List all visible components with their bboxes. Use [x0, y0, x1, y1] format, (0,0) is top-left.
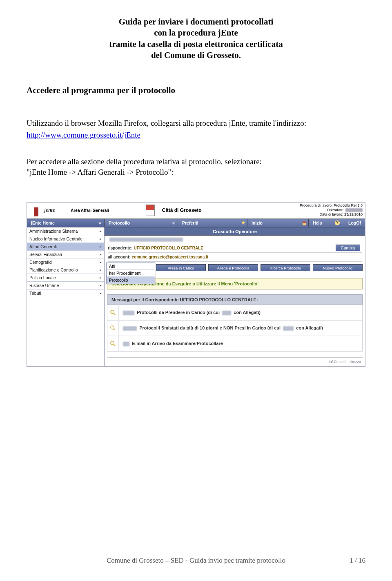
svg-line-1 — [114, 313, 115, 315]
sidebar-item-label: Affari Generali — [29, 244, 57, 249]
paragraph-1-text: Utilizzando il browser Mozilla Firefox, … — [27, 119, 306, 127]
title-line-1: Guida per inviare i documenti protocolla… — [119, 17, 274, 27]
redacted-line — [109, 238, 183, 242]
menu-preferiti-label: Preferiti — [182, 220, 198, 225]
chevron-down-icon — [98, 223, 102, 225]
chevron-right-icon: ▸ — [100, 291, 102, 295]
search-icon-button[interactable] — [107, 305, 119, 320]
rispondente-value: UFFICIO PROTOCOLLO CENTRALE — [134, 246, 203, 250]
allega-e-protocolla-button[interactable]: Allega e Protocolla — [208, 264, 258, 271]
search-icon-button[interactable] — [107, 336, 119, 351]
sidebar-item-label: Demografici — [29, 260, 52, 265]
message-row-1: Protocolli da Prendere in Carico (di cui… — [107, 305, 363, 321]
sidebar-item-demografici[interactable]: Demografici▸ — [27, 258, 104, 266]
title-line-3: tramite la casella di posta elettronica … — [109, 39, 283, 49]
menu-inizio[interactable]: Inizio — [247, 219, 309, 227]
svg-point-2 — [111, 326, 114, 329]
chevron-right-icon: ▸ — [100, 283, 102, 287]
msg2-text-b: con Allegati) — [296, 325, 323, 330]
chevron-right-icon: ▸ — [100, 276, 102, 280]
menu-help-label: Help — [313, 220, 322, 225]
chevron-right-icon: ▸ — [100, 245, 102, 249]
svg-line-5 — [114, 344, 115, 346]
menubar: jEnte Home Protocollo Preferiti ★ Inizio… — [27, 219, 365, 227]
paragraph-1: Utilizzando il browser Mozilla Firefox, … — [27, 118, 365, 129]
sidebar-item-label: Pianificazione e Controllo — [29, 267, 78, 272]
submenu-label: Iter Procedimenti — [109, 271, 141, 276]
sidebar-item-tributi[interactable]: Tributi▸ — [27, 289, 104, 297]
header-info-date: Data di lavoro: 23/12/2010 — [300, 212, 363, 217]
sidebar-item-amministrazione[interactable]: Amministrazione Sistema▸ — [27, 227, 104, 235]
redacted-count — [123, 311, 134, 315]
home-icon — [302, 221, 307, 225]
app-header: jente Area Affari Generali Città di Gros… — [27, 203, 365, 219]
magnifier-icon — [110, 325, 116, 331]
paragraph-2b: "jEnte Home -> Affari Generali -> Protoc… — [27, 168, 174, 176]
cruscotto-header: Cruscotto Operatore — [105, 227, 365, 236]
paragraph-2a: Per accedere alla sezione della procedur… — [27, 157, 262, 166]
title-line-4: del Comune di Grosseto. — [151, 50, 241, 60]
page-number: 1 / 16 — [350, 557, 365, 565]
magnifier-icon — [110, 309, 116, 316]
app-logo-icon — [30, 204, 42, 216]
title-line-2: con la procedura jEnte — [154, 28, 238, 38]
menu-protocollo[interactable]: Protocollo — [105, 219, 178, 227]
page-footer: Comune di Grosseto – SED - Guida invio p… — [0, 557, 392, 565]
app-logo-text: jente — [44, 207, 55, 214]
sidebar-item-label: Nucleo Informativo Centrale — [29, 236, 82, 241]
msg1-text-a: Protocolli da Prendere in Carico (di cui — [137, 310, 220, 315]
header-info: Procedura di lavoro: Protocollo Rel.1.3 … — [300, 203, 363, 217]
ricerca-protocollo-button[interactable]: Ricerca Protocollo — [261, 264, 310, 271]
sidebar-item-pianificazione[interactable]: Pianificazione e Controllo▸ — [27, 266, 104, 274]
submenu-item-protocollo[interactable]: Protocollo — [107, 277, 155, 284]
star-icon: ★ — [241, 220, 245, 225]
presa-in-carico-button[interactable]: Presa in Carico — [156, 264, 206, 271]
magnifier-icon — [110, 341, 116, 347]
cambia-button[interactable]: Cambia — [336, 245, 360, 251]
menu-jente-home[interactable]: jEnte Home — [27, 219, 105, 227]
sidebar-item-affari-generali[interactable]: Affari Generali▸ — [27, 243, 104, 251]
city-crest-icon — [146, 205, 155, 216]
submenu-item-iter[interactable]: Iter Procedimenti — [107, 270, 155, 277]
header-info-operator-label: Operatore: — [327, 208, 344, 212]
svg-line-3 — [114, 329, 115, 330]
menu-protocollo-label: Protocollo — [109, 220, 130, 225]
chevron-right-icon: ▸ — [100, 229, 102, 233]
sidebar-item-label: Amministrazione Sistema — [29, 229, 78, 234]
message-row-2: Protocolli Smistati da più di 10 giorni … — [107, 321, 363, 336]
menu-preferiti[interactable]: Preferiti ★ — [178, 219, 247, 227]
document-title: Guida per inviare i documenti protocolla… — [27, 16, 365, 61]
search-icon-button[interactable] — [107, 320, 119, 336]
chevron-right-icon: ▸ — [100, 237, 102, 241]
nuovo-protocollo-button[interactable]: Nuovo Protocollo — [313, 264, 363, 271]
redacted-count — [283, 326, 294, 331]
menu-inizio-label: Inizio — [252, 220, 263, 225]
section-heading: Accedere al programma per il protocollo — [27, 85, 365, 96]
footer-text: Comune di Grosseto – SED - Guida invio p… — [107, 557, 285, 564]
sidebar-item-polizia-locale[interactable]: Polizia Locale▸ — [27, 274, 104, 282]
sidebar-item-servizi-finanziari[interactable]: Servizi Finanziari▸ — [27, 251, 104, 258]
sidebar-item-risorse-umane[interactable]: Risorse Umane▸ — [27, 282, 104, 289]
paragraph-2: Per accedere alla sezione della procedur… — [27, 156, 365, 177]
submenu-affari-generali: Atti Iter Procedimenti Protocollo — [106, 263, 155, 284]
url-link[interactable]: http://www.comune.grosseto.it/jEnte — [27, 131, 140, 139]
sidebar-item-label: Tributi — [29, 291, 41, 296]
header-info-line1: Procedura di lavoro: Protocollo Rel.1.3 — [300, 203, 363, 208]
chevron-right-icon: ▸ — [100, 268, 102, 272]
jente-app-screenshot: jente Area Affari Generali Città di Gros… — [27, 202, 365, 367]
svg-point-4 — [111, 341, 114, 345]
main-panel: Cruscotto Operatore rispondente: UFFICIO… — [105, 227, 365, 366]
menu-logoff[interactable]: LogOf — [342, 219, 365, 227]
city-label: Città di Grosseto — [162, 207, 202, 213]
chevron-right-icon: ▸ — [100, 260, 102, 264]
sidebar-item-nucleo[interactable]: Nucleo Informativo Centrale▸ — [27, 235, 104, 243]
area-label: Area Affari Generali — [71, 208, 109, 213]
submenu-item-atti[interactable]: Atti — [107, 263, 155, 270]
help-icon: ? — [335, 220, 340, 225]
submenu-label: Protocollo — [109, 278, 128, 283]
sidebar-item-label: Servizi Finanziari — [29, 252, 62, 257]
svg-point-0 — [111, 310, 114, 314]
menu-logoff-label: LogOf — [348, 220, 361, 225]
msg1-text-b: con Allegati) — [234, 310, 261, 315]
menu-help[interactable]: Help ? — [309, 219, 342, 227]
